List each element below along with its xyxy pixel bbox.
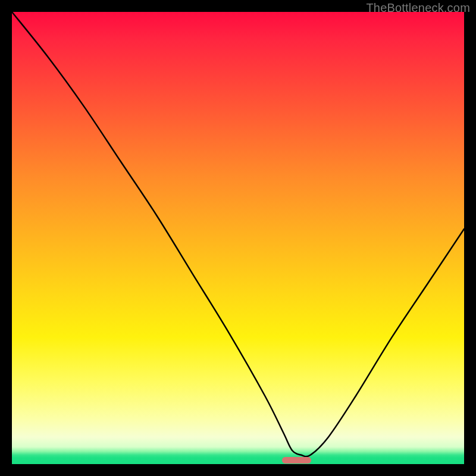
plot-area (12, 12, 464, 464)
chart-frame: TheBottleneck.com (0, 0, 476, 476)
minimum-marker (282, 457, 311, 464)
bottleneck-curve (12, 12, 464, 464)
